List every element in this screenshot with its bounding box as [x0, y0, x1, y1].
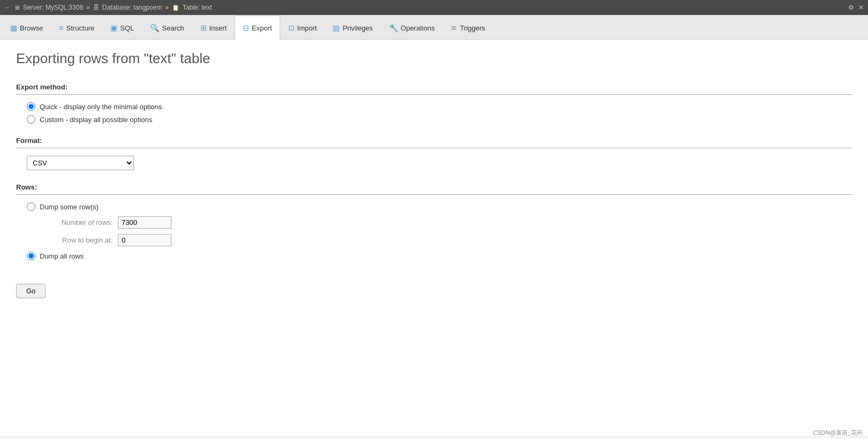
- number-of-rows-label: Number of rows:: [43, 218, 113, 226]
- row-begin-row: Row to begin at:: [43, 234, 852, 246]
- close-icon[interactable]: ✕: [858, 4, 864, 11]
- export-method-header: Export method:: [16, 83, 852, 95]
- privileges-icon: ▤: [333, 24, 340, 32]
- title-bar-left: ← 🖥 Server: MySQL:3308 » 🗄 Database: tan…: [4, 4, 212, 11]
- tab-import-label: Import: [297, 24, 317, 32]
- database-label: Database: tangpoem: [102, 4, 162, 11]
- tab-browse[interactable]: ▦ Browse: [2, 16, 51, 40]
- main-content: Exporting rows from "text" table Export …: [0, 40, 868, 436]
- separator1: »: [86, 4, 90, 11]
- tab-browse-label: Browse: [20, 24, 43, 32]
- sql-icon: ▣: [110, 24, 117, 32]
- tab-export[interactable]: ⊟ Export: [235, 16, 280, 40]
- rows-sub-fields: Number of rows: Row to begin at:: [27, 216, 852, 246]
- title-bar: ← 🖥 Server: MySQL:3308 » 🗄 Database: tan…: [0, 0, 868, 15]
- format-header: Format:: [16, 137, 852, 148]
- rows-dump-all-option: Dump all rows: [27, 252, 852, 260]
- tab-import[interactable]: ⊡ Import: [280, 16, 325, 40]
- rows-section: Rows: Dump some row(s) Number of rows: R…: [16, 183, 852, 260]
- page-title: Exporting rows from "text" table: [16, 50, 852, 67]
- table-label: Table: text: [183, 4, 212, 11]
- export-method-custom: Custom - display all possible options: [27, 115, 852, 124]
- export-method-content: Quick - display only the minimal options…: [16, 102, 852, 124]
- import-icon: ⊡: [288, 24, 295, 32]
- tab-insert[interactable]: ⊞ Insert: [192, 16, 235, 40]
- tab-operations-label: Operations: [401, 24, 435, 32]
- tab-insert-label: Insert: [209, 24, 227, 32]
- search-icon: 🔍: [150, 24, 159, 32]
- server-icon: 🖥: [14, 4, 20, 11]
- export-method-quick-radio[interactable]: [27, 102, 35, 111]
- rows-dump-some-label: Dump some row(s): [40, 203, 99, 211]
- rows-dump-all-label: Dump all rows: [40, 252, 84, 260]
- footer-text: CSDN@落苗_花环: [813, 429, 863, 436]
- structure-icon: ≡: [59, 24, 63, 32]
- separator2: »: [165, 4, 169, 11]
- footer: CSDN@落苗_花环: [808, 427, 868, 436]
- tab-bar: ▦ Browse ≡ Structure ▣ SQL 🔍 Search ⊞ In…: [0, 15, 868, 40]
- browse-icon: ▦: [10, 24, 17, 32]
- table-icon: 📋: [172, 4, 179, 11]
- tab-sql-label: SQL: [120, 24, 134, 32]
- tab-export-label: Export: [252, 24, 272, 32]
- tab-triggers-label: Triggers: [460, 24, 485, 32]
- server-label: Server: MySQL:3308: [23, 4, 83, 11]
- tab-sql[interactable]: ▣ SQL: [102, 16, 142, 40]
- export-method-custom-radio[interactable]: [27, 115, 35, 124]
- insert-icon: ⊞: [200, 24, 207, 32]
- tab-structure[interactable]: ≡ Structure: [51, 16, 102, 40]
- tab-privileges-label: Privileges: [342, 24, 372, 32]
- export-method-quick-label: Quick - display only the minimal options: [40, 103, 162, 111]
- title-bar-right: ⚙ ✕: [848, 4, 864, 11]
- tab-privileges[interactable]: ▤ Privileges: [325, 16, 380, 40]
- tab-structure-label: Structure: [66, 24, 95, 32]
- format-content: CSV SQL XML JSON Excel: [16, 156, 852, 170]
- row-begin-label: Row to begin at:: [43, 236, 113, 244]
- rows-header: Rows:: [16, 183, 852, 195]
- export-icon: ⊟: [243, 24, 249, 32]
- rows-dump-some-radio[interactable]: [27, 202, 35, 211]
- gear-icon[interactable]: ⚙: [848, 4, 854, 11]
- export-method-section: Export method: Quick - display only the …: [16, 83, 852, 124]
- row-begin-input[interactable]: [118, 234, 171, 246]
- go-button[interactable]: Go: [16, 284, 46, 298]
- triggers-icon: ≋: [451, 24, 457, 32]
- tab-triggers[interactable]: ≋ Triggers: [443, 16, 493, 40]
- rows-dump-all-radio[interactable]: [27, 252, 35, 260]
- format-section: Format: CSV SQL XML JSON Excel: [16, 137, 852, 170]
- number-of-rows-row: Number of rows:: [43, 216, 852, 229]
- format-select[interactable]: CSV SQL XML JSON Excel: [27, 156, 134, 170]
- export-method-quick: Quick - display only the minimal options: [27, 102, 852, 111]
- database-icon: 🗄: [93, 4, 99, 11]
- rows-content: Dump some row(s) Number of rows: Row to …: [16, 202, 852, 260]
- tab-operations[interactable]: 🔧 Operations: [381, 16, 443, 40]
- rows-dump-some-option: Dump some row(s): [27, 202, 852, 211]
- back-arrow-icon[interactable]: ←: [4, 4, 11, 11]
- tab-search[interactable]: 🔍 Search: [142, 16, 192, 40]
- export-method-custom-label: Custom - display all possible options: [40, 116, 152, 124]
- tab-search-label: Search: [162, 24, 184, 32]
- operations-icon: 🔧: [389, 24, 398, 32]
- number-of-rows-input[interactable]: [118, 216, 171, 229]
